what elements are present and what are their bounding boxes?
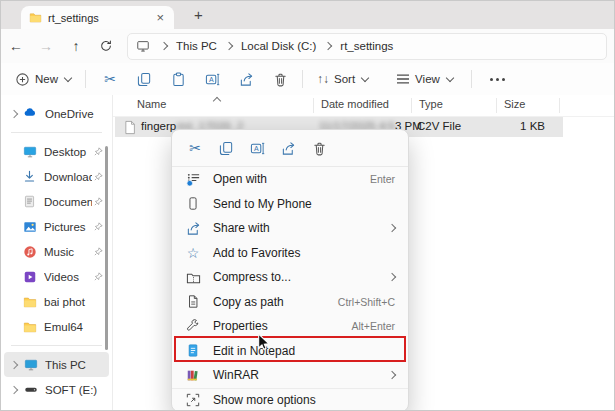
delete-button[interactable] — [268, 67, 292, 91]
menu-item-add-to-favorites[interactable]: ☆ Add to Favorites — [172, 241, 408, 266]
rename-button[interactable]: A — [200, 67, 224, 91]
copy-button[interactable] — [213, 136, 239, 161]
sidebar-scrollbar[interactable] — [105, 146, 108, 350]
cut-button[interactable]: ✂ — [98, 67, 122, 91]
sidebar-item-soft-e[interactable]: SOFT (E:) — [4, 377, 109, 402]
view-button[interactable]: View — [390, 69, 459, 89]
column-divider[interactable] — [559, 98, 560, 113]
downloads-icon — [22, 169, 37, 184]
network-icon — [23, 407, 38, 410]
menu-item-open-with[interactable]: Open with Enter — [172, 167, 408, 192]
file-size: 1 KB — [475, 120, 545, 132]
column-divider[interactable] — [496, 98, 497, 113]
tab-bar: rt_settings × + — [1, 1, 614, 30]
breadcrumb-current-folder[interactable]: rt_settings — [338, 40, 395, 52]
navigation-pane: OneDrive Desktop Downloads Docum — [1, 95, 113, 410]
up-icon[interactable]: ↑ — [61, 38, 91, 54]
close-tab-icon[interactable]: × — [154, 11, 166, 24]
submenu-chevron-icon — [388, 371, 396, 379]
sidebar-item-documents[interactable]: Documents — [4, 189, 109, 214]
menu-item-label: Add to Favorites — [213, 246, 395, 260]
sidebar-item-onedrive[interactable]: OneDrive — [4, 101, 109, 126]
address-bar[interactable]: This PC Local Disk (C:) rt_settings — [127, 33, 607, 60]
menu-item-label: Share with — [213, 221, 389, 235]
sidebar-item-label: Downloads — [44, 171, 92, 183]
menu-item-shortcut: Enter — [370, 173, 395, 185]
expand-chevron-icon[interactable] — [10, 385, 18, 393]
sidebar-item-pictures[interactable]: Pictures — [4, 214, 109, 239]
new-tab-button[interactable]: + — [188, 4, 209, 25]
folder-icon — [22, 319, 37, 334]
expand-chevron-icon[interactable] — [10, 360, 18, 368]
sort-icon: ↑↓ — [317, 72, 329, 86]
menu-item-copy-as-path[interactable]: Copy as path Ctrl+Shift+C — [172, 290, 408, 315]
copy-button[interactable] — [132, 67, 156, 91]
drive-icon — [23, 382, 38, 397]
pin-icon — [94, 172, 103, 181]
sidebar-separator — [11, 345, 102, 346]
menu-item-show-more-options[interactable]: Show more options — [172, 388, 408, 411]
new-button[interactable]: New — [9, 68, 77, 91]
sidebar-item-downloads[interactable]: Downloads — [4, 164, 109, 189]
chevron-down-icon — [361, 73, 369, 81]
more-options-icon[interactable] — [490, 78, 505, 81]
column-headers: Name Date modified Type Size — [113, 95, 614, 117]
rename-button[interactable]: A — [244, 136, 270, 161]
column-header-type[interactable]: Type — [419, 98, 443, 110]
sidebar-item-network[interactable]: Network — [4, 402, 109, 410]
refresh-icon[interactable] — [91, 39, 121, 53]
breadcrumb-local-disk[interactable]: Local Disk (C:) — [239, 40, 318, 52]
sidebar-item-bai-phot[interactable]: bai phot — [4, 289, 109, 314]
sidebar-separator — [11, 132, 102, 133]
file-icon — [123, 120, 136, 135]
sidebar-item-desktop[interactable]: Desktop — [4, 139, 109, 164]
phone-icon — [185, 196, 201, 212]
sidebar-item-label: This PC — [45, 359, 103, 371]
menu-item-send-to-my-phone[interactable]: Send to My Phone — [172, 192, 408, 217]
sidebar-item-music[interactable]: Music — [4, 239, 109, 264]
menu-item-winrar[interactable]: WinRAR — [172, 363, 408, 388]
expand-chevron-icon[interactable] — [10, 109, 18, 117]
delete-button[interactable] — [306, 136, 332, 161]
cut-icon: ✂ — [189, 141, 201, 155]
menu-item-share-with[interactable]: Share with — [172, 216, 408, 241]
explorer-tab[interactable]: rt_settings × — [21, 6, 174, 29]
documents-icon — [22, 194, 37, 209]
rename-icon: A — [205, 72, 220, 87]
sidebar-item-videos[interactable]: Videos — [4, 264, 109, 289]
column-header-date-modified[interactable]: Date modified — [321, 98, 389, 110]
sidebar-item-label: SOFT (E:) — [45, 384, 103, 396]
menu-item-properties[interactable]: Properties Alt+Enter — [172, 314, 408, 339]
command-toolbar: New ✂ A ↑↓ Sort View — [1, 63, 614, 96]
column-divider[interactable] — [313, 98, 314, 113]
sidebar-item-label: Emul64 — [44, 321, 103, 333]
column-header-name[interactable]: Name — [137, 98, 166, 110]
menu-item-label: Open with — [213, 172, 370, 186]
submenu-chevron-icon — [388, 273, 396, 281]
column-header-size[interactable]: Size — [504, 98, 525, 110]
notepad-icon — [185, 343, 201, 359]
menu-item-shortcut: Ctrl+Shift+C — [338, 296, 395, 308]
share-button[interactable] — [275, 136, 301, 161]
onedrive-cloud-icon — [23, 106, 38, 121]
menu-item-compress-to[interactable]: Compress to... — [172, 265, 408, 290]
breadcrumb-this-pc[interactable]: This PC — [174, 40, 219, 52]
cut-button[interactable]: ✂ — [182, 136, 208, 161]
toolbar-divider — [471, 70, 472, 88]
back-icon[interactable]: ← — [1, 38, 31, 54]
sidebar-item-emul64[interactable]: Emul64 — [4, 314, 109, 339]
chevron-down-icon — [64, 73, 72, 81]
sort-button[interactable]: ↑↓ Sort — [311, 68, 374, 90]
column-divider[interactable] — [411, 98, 412, 113]
cut-icon: ✂ — [104, 72, 116, 86]
paste-button[interactable] — [166, 67, 190, 91]
paste-icon — [171, 72, 186, 87]
open-with-icon — [185, 171, 201, 187]
sidebar-item-this-pc[interactable]: This PC — [4, 352, 109, 377]
share-button[interactable] — [234, 67, 258, 91]
sidebar-item-label: Music — [44, 246, 92, 258]
copy-as-path-icon — [185, 294, 201, 310]
sidebar-item-label: Videos — [44, 271, 92, 283]
menu-item-edit-in-notepad[interactable]: Edit in Notepad — [172, 339, 408, 364]
forward-icon[interactable]: → — [31, 38, 61, 54]
